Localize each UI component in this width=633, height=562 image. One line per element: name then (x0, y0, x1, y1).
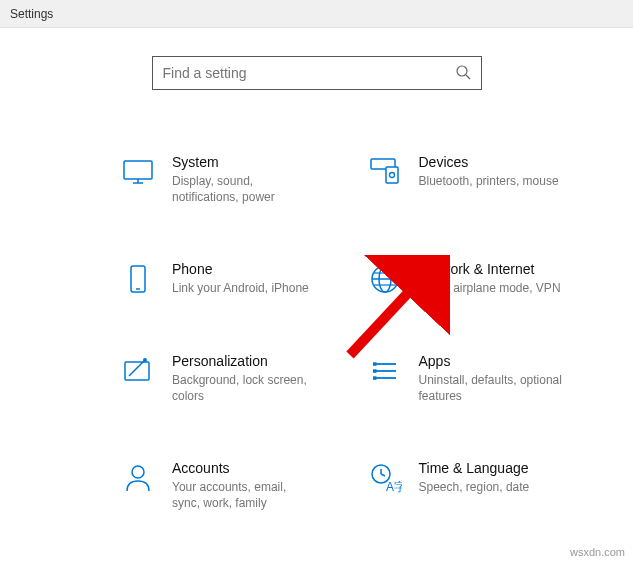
svg-line-26 (381, 474, 385, 476)
watermark: wsxdn.com (570, 546, 625, 558)
svg-rect-21 (373, 369, 377, 373)
svg-rect-20 (373, 362, 377, 366)
svg-rect-8 (131, 266, 145, 292)
category-system[interactable]: System Display, sound, notifications, po… (30, 154, 317, 205)
category-personalization[interactable]: Personalization Background, lock screen,… (30, 353, 317, 404)
search-box[interactable] (152, 56, 482, 90)
category-title: Phone (172, 261, 309, 277)
category-desc: Uninstall, defaults, optional features (419, 373, 579, 404)
category-desc: Bluetooth, printers, mouse (419, 174, 559, 190)
category-title: Devices (419, 154, 559, 170)
svg-line-1 (466, 75, 470, 79)
search-input[interactable] (163, 65, 455, 81)
personalization-icon (120, 353, 156, 389)
category-title: System (172, 154, 317, 170)
category-phone[interactable]: Phone Link your Android, iPhone (30, 261, 317, 297)
category-title: Accounts (172, 460, 317, 476)
window-titlebar: Settings (0, 0, 633, 28)
apps-icon (367, 353, 403, 389)
devices-icon (367, 154, 403, 190)
category-network[interactable]: Network & Internet Wi-Fi, airplane mode,… (317, 261, 604, 297)
phone-icon (120, 261, 156, 297)
svg-point-16 (143, 358, 147, 362)
svg-rect-6 (386, 167, 398, 183)
svg-point-23 (132, 466, 144, 478)
category-apps[interactable]: Apps Uninstall, defaults, optional featu… (317, 353, 604, 404)
globe-icon (367, 261, 403, 297)
category-desc: Display, sound, notifications, power (172, 174, 317, 205)
window-title: Settings (10, 7, 53, 21)
accounts-icon (120, 460, 156, 496)
svg-rect-15 (125, 362, 149, 380)
category-desc: Your accounts, email, sync, work, family (172, 480, 317, 511)
category-title: Network & Internet (419, 261, 561, 277)
category-desc: Link your Android, iPhone (172, 281, 309, 297)
svg-rect-22 (373, 376, 377, 380)
category-accounts[interactable]: Accounts Your accounts, email, sync, wor… (30, 460, 317, 511)
svg-text:A字: A字 (386, 480, 402, 494)
category-title: Personalization (172, 353, 317, 369)
category-devices[interactable]: Devices Bluetooth, printers, mouse (317, 154, 604, 205)
svg-point-0 (457, 66, 467, 76)
system-icon (120, 154, 156, 190)
category-desc: Wi-Fi, airplane mode, VPN (419, 281, 561, 297)
category-desc: Speech, region, date (419, 480, 530, 496)
category-title: Time & Language (419, 460, 530, 476)
category-desc: Background, lock screen, colors (172, 373, 317, 404)
svg-rect-2 (124, 161, 152, 179)
category-time-language[interactable]: A字 Time & Language Speech, region, date (317, 460, 604, 511)
time-language-icon: A字 (367, 460, 403, 496)
search-icon (455, 64, 471, 83)
category-title: Apps (419, 353, 579, 369)
